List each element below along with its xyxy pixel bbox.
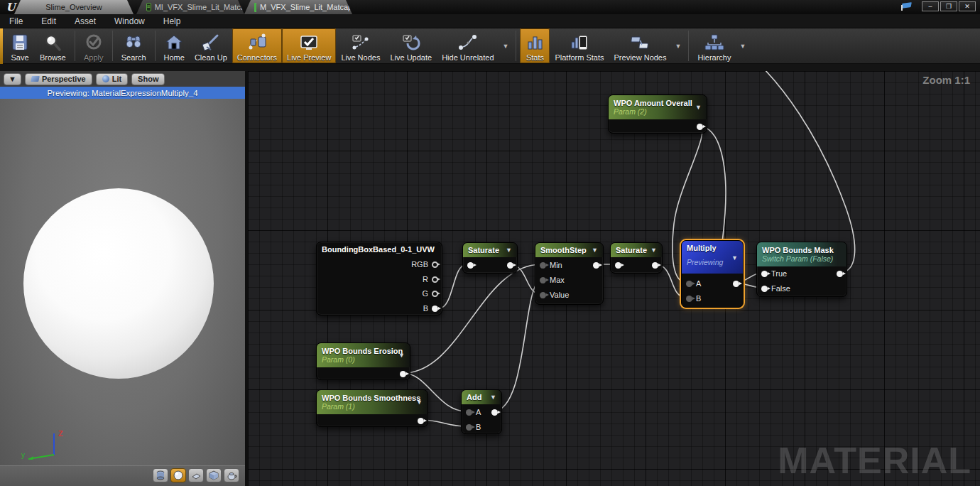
output-pin-row[interactable]: [507, 259, 513, 271]
output-pin[interactable]: [432, 276, 438, 283]
input-pin-row[interactable]: Value: [540, 288, 569, 301]
output-pin-row[interactable]: B: [423, 302, 438, 315]
output-pin[interactable]: [400, 371, 406, 377]
chevron-down-icon[interactable]: ▼: [650, 247, 657, 254]
input-pin[interactable]: [467, 262, 474, 269]
chevron-down-icon[interactable]: ▼: [490, 394, 496, 401]
output-pin-row[interactable]: [652, 259, 658, 271]
input-pin[interactable]: [761, 271, 768, 277]
node-wpo-bounds-smoothness[interactable]: WPO Bounds Smoothness Param (1) ▼: [316, 389, 428, 427]
live-update-button[interactable]: Live Update: [385, 28, 437, 63]
node-header[interactable]: WPO Amount Overall Param (2) ▼: [609, 95, 707, 119]
chevron-down-icon[interactable]: ▼: [695, 104, 702, 111]
stats-button[interactable]: Stats: [520, 28, 550, 63]
preview-shape-plane-button[interactable]: [188, 468, 204, 482]
input-pin[interactable]: [615, 262, 621, 269]
preview-nodes-button[interactable]: Preview Nodes: [609, 28, 672, 63]
output-pin-row[interactable]: [400, 367, 406, 380]
node-add[interactable]: Add ▼ A B: [461, 389, 502, 434]
output-pin[interactable]: [837, 271, 843, 277]
material-graph-canvas[interactable]: MATERIAL Zoom 1:1 WPO Amount Overall Par…: [248, 71, 980, 486]
input-pin[interactable]: [466, 424, 472, 431]
tab-close-icon[interactable]: ✕: [356, 4, 361, 11]
input-pin[interactable]: [466, 409, 472, 416]
output-pin[interactable]: [733, 281, 739, 287]
node-header[interactable]: Add ▼: [462, 390, 501, 404]
input-pin[interactable]: [686, 296, 692, 302]
node-saturate-2[interactable]: Saturate ▼: [610, 242, 663, 274]
output-pin[interactable]: [697, 124, 703, 130]
output-pin-row[interactable]: RGB: [411, 258, 438, 271]
output-pin-row[interactable]: [733, 277, 739, 290]
output-pin[interactable]: [593, 262, 599, 269]
node-smoothstep[interactable]: SmoothStep ▼ Min Max Value: [535, 242, 604, 305]
live-preview-button[interactable]: Live Preview: [282, 28, 336, 63]
close-button[interactable]: ✕: [959, 1, 976, 11]
input-pin-row[interactable]: Max: [540, 274, 565, 286]
preview-nodes-options-caret[interactable]: ▼: [672, 28, 685, 63]
tab-slime-overview[interactable]: Slime_Overview: [14, 0, 134, 14]
platform-stats-button[interactable]: Platform Stats: [550, 28, 609, 63]
chevron-down-icon[interactable]: ▼: [592, 247, 598, 254]
tutorial-icon[interactable]: [901, 2, 913, 11]
search-button[interactable]: Search: [116, 28, 151, 63]
output-pin-row[interactable]: [491, 406, 498, 418]
chevron-down-icon[interactable]: ▼: [416, 399, 423, 406]
live-nodes-button[interactable]: Live Nodes: [336, 28, 385, 63]
home-button[interactable]: Home: [159, 28, 190, 63]
preview-shape-sphere-button[interactable]: [170, 468, 186, 482]
input-pin[interactable]: [540, 292, 546, 298]
save-button[interactable]: Save: [5, 28, 35, 63]
node-header[interactable]: Saturate ▼: [611, 243, 662, 257]
output-pin[interactable]: [432, 306, 438, 312]
node-saturate-1[interactable]: Saturate ▼: [462, 242, 518, 274]
input-pin-row[interactable]: [615, 259, 621, 271]
tab-m-vfx-slime-lit-matcap[interactable]: M_VFX_Slime_Lit_Matcap ✕: [244, 0, 352, 14]
node-header[interactable]: SmoothStep ▼: [535, 243, 603, 257]
input-pin[interactable]: [540, 277, 546, 284]
node-wpo-bounds-erosion[interactable]: WPO Bounds Erosion Param (0) ▼: [316, 342, 410, 380]
connectors-button[interactable]: Connectors: [232, 28, 282, 63]
hierarchy-button[interactable]: Hierarchy: [692, 28, 736, 63]
output-pin[interactable]: [418, 418, 424, 424]
output-pin[interactable]: [507, 262, 513, 269]
input-pin-row[interactable]: B: [686, 292, 701, 305]
hide-unrelated-button[interactable]: Hide Unrelated: [437, 28, 499, 63]
preview-shape-cube-button[interactable]: [206, 468, 222, 482]
preview-3d-view[interactable]: Z y: [0, 99, 245, 465]
perspective-button[interactable]: Perspective: [25, 73, 92, 85]
restore-button[interactable]: ❐: [940, 1, 957, 11]
hide-unrelated-options-caret[interactable]: ▼: [499, 28, 513, 63]
menu-file[interactable]: File: [0, 16, 32, 26]
input-pin-row[interactable]: Min: [540, 259, 562, 271]
node-wpo-amount-overall[interactable]: WPO Amount Overall Param (2) ▼: [608, 94, 707, 134]
node-multiply[interactable]: Multiply Previewing ▼ A B: [681, 240, 744, 308]
output-pin-row[interactable]: [418, 414, 424, 427]
node-header[interactable]: Saturate ▼: [463, 243, 517, 257]
clean-up-button[interactable]: Clean Up: [190, 28, 232, 63]
node-header[interactable]: BoundingBoxBased_0-1_UVW: [317, 242, 442, 256]
input-pin[interactable]: [540, 262, 546, 269]
node-header[interactable]: WPO Bounds Mask Switch Param (False): [757, 242, 846, 266]
browse-button[interactable]: Browse: [35, 28, 71, 63]
input-pin[interactable]: [686, 281, 692, 287]
viewport-options-button[interactable]: ▼: [4, 73, 21, 85]
node-boundingboxbased-uvw[interactable]: BoundingBoxBased_0-1_UVW RGB R G B: [316, 242, 442, 315]
show-button[interactable]: Show: [131, 73, 165, 85]
menu-help[interactable]: Help: [154, 16, 190, 26]
input-pin-row[interactable]: True: [761, 267, 787, 280]
tab-mi-vfx-slime-lit-matcap[interactable]: ≡ MI_VFX_Slime_Lit_Matcap ✕: [136, 0, 244, 14]
menu-asset[interactable]: Asset: [65, 16, 105, 26]
output-pin[interactable]: [491, 409, 498, 416]
preview-shape-teapot-button[interactable]: [224, 468, 239, 482]
output-pin-row[interactable]: [837, 267, 843, 280]
output-pin-row[interactable]: [697, 120, 703, 133]
lit-button[interactable]: Lit: [96, 73, 128, 85]
output-pin[interactable]: [432, 291, 438, 297]
input-pin-row[interactable]: False: [761, 282, 790, 295]
output-pin-row[interactable]: R: [423, 273, 438, 286]
input-pin-row[interactable]: B: [466, 421, 481, 433]
output-pin-row[interactable]: [593, 259, 599, 271]
input-pin-row[interactable]: A: [686, 277, 701, 290]
node-header[interactable]: Multiply Previewing ▼: [682, 241, 743, 274]
